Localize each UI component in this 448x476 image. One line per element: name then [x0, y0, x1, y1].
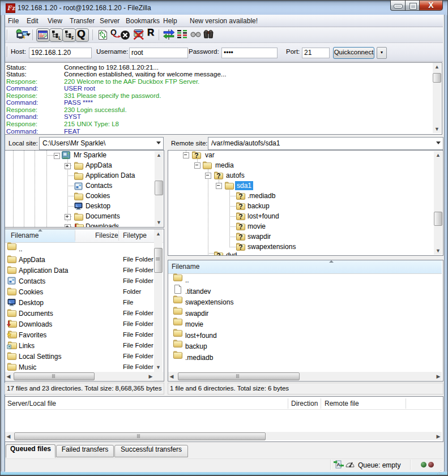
svg-text:F: F [71, 35, 74, 40]
svg-text:L: L [58, 35, 61, 40]
svg-text:A: A [336, 462, 340, 468]
